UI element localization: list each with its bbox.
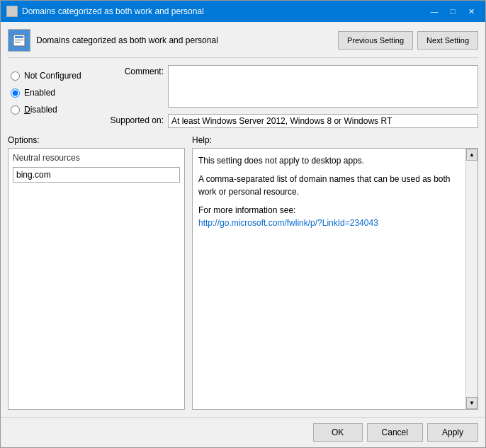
- enabled-radio[interactable]: [11, 88, 20, 98]
- window-title: Domains categorized as both work and per…: [22, 6, 204, 16]
- apply-button[interactable]: Apply: [427, 423, 478, 442]
- radio-group: Not Configured Enabled Disabled: [11, 68, 100, 117]
- help-section-label: Help:: [192, 135, 212, 145]
- disabled-text: Disabled: [24, 105, 57, 115]
- cancel-button[interactable]: Cancel: [367, 423, 423, 442]
- main-window: Domains categorized as both work and per…: [0, 0, 486, 448]
- disabled-radio[interactable]: [11, 105, 20, 115]
- next-setting-button[interactable]: Next Setting: [417, 31, 478, 50]
- title-buttons: — □ ✕: [426, 4, 480, 18]
- not-configured-radio-label[interactable]: Not Configured: [11, 68, 100, 84]
- not-configured-text: Not Configured: [24, 71, 81, 81]
- help-panel: This setting does not apply to desktop a…: [192, 148, 478, 410]
- comment-row: Comment:: [100, 65, 478, 110]
- main-content: Domains categorized as both work and per…: [1, 22, 485, 417]
- minimize-button[interactable]: —: [426, 4, 443, 18]
- enabled-text: Enabled: [24, 88, 55, 98]
- title-bar-left: Domains categorized as both work and per…: [6, 6, 204, 17]
- header-left: Domains categorized as both work and per…: [8, 29, 218, 52]
- ok-button[interactable]: OK: [313, 423, 363, 442]
- options-section-label: Options:: [8, 135, 185, 145]
- comment-label: Comment:: [100, 65, 164, 76]
- supported-row: Supported on: At least Windows Server 20…: [100, 114, 478, 128]
- svg-rect-3: [15, 42, 21, 42]
- enabled-radio-label[interactable]: Enabled: [11, 85, 100, 100]
- options-panel: Neutral resources: [8, 148, 185, 410]
- svg-rect-2: [15, 40, 23, 40]
- header-nav-buttons: Previous Setting Next Setting: [338, 31, 478, 50]
- help-link[interactable]: http://go.microsoft.com/fwlink/p/?LinkId…: [198, 218, 378, 228]
- help-paragraph-2: A comma-separated list of domain names t…: [198, 173, 460, 198]
- options-panel-title: Neutral resources: [13, 153, 180, 163]
- help-paragraph-3: For more information see: http://go.micr…: [198, 204, 460, 229]
- scroll-up-arrow[interactable]: ▲: [466, 149, 477, 161]
- svg-rect-1: [15, 36, 23, 38]
- footer: OK Cancel Apply: [1, 417, 485, 447]
- window-icon: [6, 6, 18, 17]
- disabled-radio-label[interactable]: Disabled: [11, 102, 100, 117]
- help-scrollbar: ▲ ▼: [465, 149, 477, 409]
- close-button[interactable]: ✕: [463, 4, 480, 18]
- header-row: Domains categorized as both work and per…: [8, 29, 478, 58]
- supported-box: At least Windows Server 2012, Windows 8 …: [168, 114, 478, 128]
- title-bar: Domains categorized as both work and per…: [1, 1, 485, 22]
- maximize-button[interactable]: □: [444, 4, 461, 18]
- section-labels-row: Options: Help:: [8, 135, 478, 145]
- comment-container: [168, 65, 478, 110]
- neutral-resources-input[interactable]: [13, 167, 180, 183]
- help-content: This setting does not apply to desktop a…: [193, 149, 477, 241]
- header-title: Domains categorized as both work and per…: [36, 35, 218, 45]
- comment-textarea[interactable]: [168, 65, 478, 108]
- radio-column: Not Configured Enabled Disabled: [8, 65, 100, 128]
- header-policy-icon: [8, 29, 30, 52]
- previous-setting-button[interactable]: Previous Setting: [338, 31, 413, 50]
- supported-value: At least Windows Server 2012, Windows 8 …: [169, 115, 406, 127]
- help-link-prefix: For more information see:: [198, 205, 295, 215]
- right-form-column: Comment: Supported on: At least Windows …: [100, 65, 478, 128]
- bottom-panels: Neutral resources This setting does not …: [8, 148, 478, 410]
- supported-label: Supported on:: [100, 114, 164, 125]
- not-configured-radio[interactable]: [11, 71, 20, 81]
- top-form: Not Configured Enabled Disabled Comment:: [8, 65, 478, 128]
- scroll-down-arrow[interactable]: ▼: [466, 397, 477, 409]
- help-paragraph-1: This setting does not apply to desktop a…: [198, 154, 460, 167]
